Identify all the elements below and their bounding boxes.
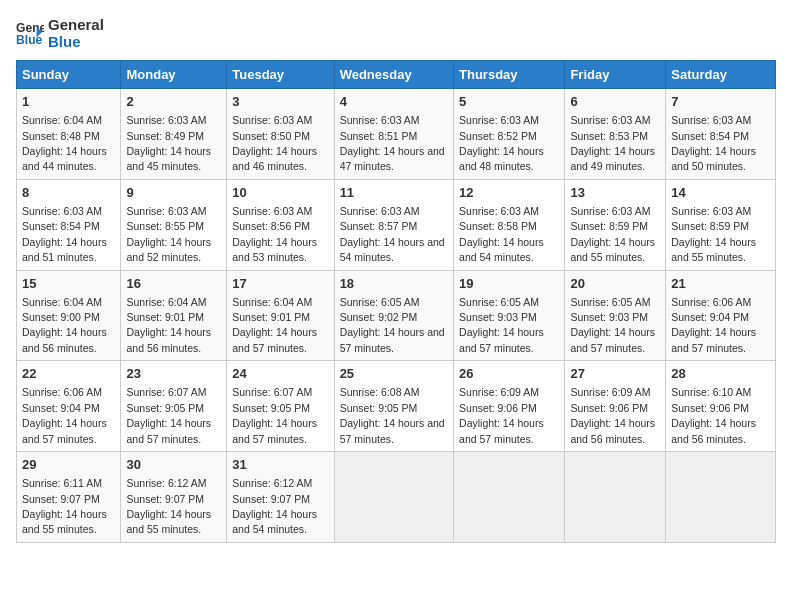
daylight: Daylight: 14 hours and 56 minutes. — [671, 417, 756, 444]
daylight: Daylight: 14 hours and 46 minutes. — [232, 145, 317, 172]
day-number: 7 — [671, 93, 770, 111]
calendar-cell: 18Sunrise: 6:05 AMSunset: 9:02 PMDayligh… — [334, 270, 453, 361]
day-number: 19 — [459, 275, 559, 293]
logo-blue: Blue — [48, 33, 104, 50]
day-number: 23 — [126, 365, 221, 383]
weekday-header-sunday: Sunday — [17, 61, 121, 89]
sunset: Sunset: 8:54 PM — [671, 130, 749, 142]
sunrise: Sunrise: 6:12 AM — [232, 477, 312, 489]
daylight: Daylight: 14 hours and 55 minutes. — [671, 236, 756, 263]
day-number: 8 — [22, 184, 115, 202]
sunset: Sunset: 9:07 PM — [126, 493, 204, 505]
sunset: Sunset: 8:57 PM — [340, 220, 418, 232]
daylight: Daylight: 14 hours and 57 minutes. — [459, 417, 544, 444]
weekday-header-tuesday: Tuesday — [227, 61, 334, 89]
calendar-table: SundayMondayTuesdayWednesdayThursdayFrid… — [16, 60, 776, 543]
sunset: Sunset: 9:06 PM — [570, 402, 648, 414]
sunset: Sunset: 9:06 PM — [671, 402, 749, 414]
calendar-cell: 2Sunrise: 6:03 AMSunset: 8:49 PMDaylight… — [121, 89, 227, 180]
calendar-week-5: 29Sunrise: 6:11 AMSunset: 9:07 PMDayligh… — [17, 452, 776, 543]
daylight: Daylight: 14 hours and 55 minutes. — [126, 508, 211, 535]
daylight: Daylight: 14 hours and 56 minutes. — [570, 417, 655, 444]
sunset: Sunset: 8:50 PM — [232, 130, 310, 142]
daylight: Daylight: 14 hours and 57 minutes. — [22, 417, 107, 444]
weekday-header-saturday: Saturday — [666, 61, 776, 89]
day-number: 28 — [671, 365, 770, 383]
sunset: Sunset: 9:05 PM — [126, 402, 204, 414]
daylight: Daylight: 14 hours and 49 minutes. — [570, 145, 655, 172]
day-number: 24 — [232, 365, 328, 383]
sunrise: Sunrise: 6:03 AM — [340, 205, 420, 217]
sunrise: Sunrise: 6:03 AM — [570, 114, 650, 126]
daylight: Daylight: 14 hours and 48 minutes. — [459, 145, 544, 172]
calendar-cell — [334, 452, 453, 543]
daylight: Daylight: 14 hours and 47 minutes. — [340, 145, 445, 172]
daylight: Daylight: 14 hours and 57 minutes. — [671, 326, 756, 353]
day-number: 27 — [570, 365, 660, 383]
daylight: Daylight: 14 hours and 57 minutes. — [459, 326, 544, 353]
daylight: Daylight: 14 hours and 52 minutes. — [126, 236, 211, 263]
daylight: Daylight: 14 hours and 57 minutes. — [232, 417, 317, 444]
sunrise: Sunrise: 6:10 AM — [671, 386, 751, 398]
sunset: Sunset: 8:59 PM — [671, 220, 749, 232]
sunrise: Sunrise: 6:07 AM — [232, 386, 312, 398]
day-number: 13 — [570, 184, 660, 202]
sunrise: Sunrise: 6:04 AM — [232, 296, 312, 308]
sunset: Sunset: 9:05 PM — [232, 402, 310, 414]
daylight: Daylight: 14 hours and 56 minutes. — [22, 326, 107, 353]
sunset: Sunset: 8:54 PM — [22, 220, 100, 232]
calendar-cell: 20Sunrise: 6:05 AMSunset: 9:03 PMDayligh… — [565, 270, 666, 361]
sunrise: Sunrise: 6:03 AM — [459, 205, 539, 217]
calendar-cell: 30Sunrise: 6:12 AMSunset: 9:07 PMDayligh… — [121, 452, 227, 543]
daylight: Daylight: 14 hours and 45 minutes. — [126, 145, 211, 172]
day-number: 30 — [126, 456, 221, 474]
day-number: 5 — [459, 93, 559, 111]
sunset: Sunset: 9:01 PM — [126, 311, 204, 323]
sunrise: Sunrise: 6:03 AM — [126, 114, 206, 126]
daylight: Daylight: 14 hours and 57 minutes. — [126, 417, 211, 444]
calendar-cell: 5Sunrise: 6:03 AMSunset: 8:52 PMDaylight… — [454, 89, 565, 180]
day-number: 3 — [232, 93, 328, 111]
sunset: Sunset: 8:55 PM — [126, 220, 204, 232]
weekday-header-monday: Monday — [121, 61, 227, 89]
sunrise: Sunrise: 6:07 AM — [126, 386, 206, 398]
sunrise: Sunrise: 6:03 AM — [459, 114, 539, 126]
weekday-header-friday: Friday — [565, 61, 666, 89]
day-number: 10 — [232, 184, 328, 202]
sunset: Sunset: 9:07 PM — [232, 493, 310, 505]
calendar-cell: 29Sunrise: 6:11 AMSunset: 9:07 PMDayligh… — [17, 452, 121, 543]
weekday-header-thursday: Thursday — [454, 61, 565, 89]
sunset: Sunset: 8:59 PM — [570, 220, 648, 232]
calendar-week-1: 1Sunrise: 6:04 AMSunset: 8:48 PMDaylight… — [17, 89, 776, 180]
day-number: 6 — [570, 93, 660, 111]
calendar-cell: 3Sunrise: 6:03 AMSunset: 8:50 PMDaylight… — [227, 89, 334, 180]
calendar-cell: 28Sunrise: 6:10 AMSunset: 9:06 PMDayligh… — [666, 361, 776, 452]
calendar-cell: 21Sunrise: 6:06 AMSunset: 9:04 PMDayligh… — [666, 270, 776, 361]
sunrise: Sunrise: 6:12 AM — [126, 477, 206, 489]
daylight: Daylight: 14 hours and 57 minutes. — [340, 326, 445, 353]
sunrise: Sunrise: 6:05 AM — [459, 296, 539, 308]
weekday-header-row: SundayMondayTuesdayWednesdayThursdayFrid… — [17, 61, 776, 89]
calendar-cell: 4Sunrise: 6:03 AMSunset: 8:51 PMDaylight… — [334, 89, 453, 180]
day-number: 12 — [459, 184, 559, 202]
calendar-cell: 31Sunrise: 6:12 AMSunset: 9:07 PMDayligh… — [227, 452, 334, 543]
sunset: Sunset: 8:49 PM — [126, 130, 204, 142]
daylight: Daylight: 14 hours and 56 minutes. — [126, 326, 211, 353]
sunset: Sunset: 9:05 PM — [340, 402, 418, 414]
calendar-cell: 24Sunrise: 6:07 AMSunset: 9:05 PMDayligh… — [227, 361, 334, 452]
day-number: 4 — [340, 93, 448, 111]
daylight: Daylight: 14 hours and 50 minutes. — [671, 145, 756, 172]
calendar-cell: 17Sunrise: 6:04 AMSunset: 9:01 PMDayligh… — [227, 270, 334, 361]
sunset: Sunset: 8:53 PM — [570, 130, 648, 142]
day-number: 18 — [340, 275, 448, 293]
sunset: Sunset: 9:03 PM — [570, 311, 648, 323]
sunrise: Sunrise: 6:03 AM — [232, 205, 312, 217]
calendar-week-2: 8Sunrise: 6:03 AMSunset: 8:54 PMDaylight… — [17, 179, 776, 270]
sunrise: Sunrise: 6:04 AM — [126, 296, 206, 308]
daylight: Daylight: 14 hours and 53 minutes. — [232, 236, 317, 263]
day-number: 29 — [22, 456, 115, 474]
calendar-cell: 22Sunrise: 6:06 AMSunset: 9:04 PMDayligh… — [17, 361, 121, 452]
calendar-cell: 11Sunrise: 6:03 AMSunset: 8:57 PMDayligh… — [334, 179, 453, 270]
day-number: 25 — [340, 365, 448, 383]
day-number: 20 — [570, 275, 660, 293]
